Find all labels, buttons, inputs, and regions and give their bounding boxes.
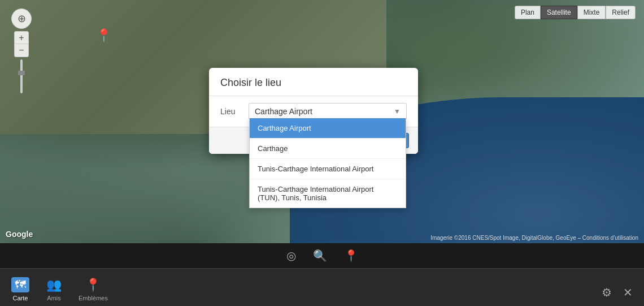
pin-icon[interactable]: 📍 — [344, 249, 358, 262]
dialog-header: Choisir le lieu — [209, 68, 418, 96]
dropdown-list: Carthage Airport Carthage Tunis-Carthage… — [249, 118, 406, 208]
map-type-relief[interactable]: Relief — [606, 6, 636, 19]
toolbar-right-buttons: ⚙ ✕ — [602, 286, 633, 299]
amis-icon: 👥 — [46, 278, 62, 292]
map-zoom-controls: ⊕ + − — [11, 8, 32, 96]
zoom-out-button[interactable]: − — [15, 44, 28, 57]
lieu-field-row: Lieu Carthage Airport ▼ Carthage Airport… — [220, 103, 407, 120]
dropdown-item-3[interactable]: Tunis-Carthage International Airport (TU… — [250, 179, 406, 208]
dropdown-item-2[interactable]: Tunis-Carthage International Airport — [250, 159, 406, 179]
locate-icon[interactable]: ◎ — [286, 249, 296, 262]
lieu-select[interactable]: Carthage Airport ▼ Carthage Airport Cart… — [249, 103, 407, 120]
nav-label-amis: Amis — [47, 295, 60, 301]
map-attribution: Imagerie ©2016 CNES/Spot Image, DigitalG… — [430, 235, 638, 241]
map-type-satellite[interactable]: Satellite — [541, 6, 577, 19]
map-type-mixte[interactable]: Mixte — [577, 6, 606, 19]
zoom-buttons: + − — [14, 31, 29, 57]
map-background: Plan Satellite Mixte Relief ⊕ + − 📍 Goog… — [0, 0, 644, 243]
dropdown-item-1[interactable]: Carthage — [250, 139, 406, 159]
toolbar-search-area: ◎ 🔍 📍 — [0, 243, 644, 269]
emblemes-icon: 📍 — [85, 278, 101, 292]
settings-icon[interactable]: ⚙ — [602, 286, 612, 299]
compass-control[interactable]: ⊕ — [11, 8, 32, 29]
map-container: Plan Satellite Mixte Relief ⊕ + − 📍 Goog… — [0, 0, 644, 243]
nav-label-carte: Carte — [13, 295, 28, 301]
map-type-controls: Plan Satellite Mixte Relief — [515, 6, 636, 19]
toolbar-nav: 🗺 Carte 👥 Amis 📍 Emblèmes — [0, 273, 119, 306]
nav-item-amis[interactable]: 👥 Amis — [46, 278, 62, 301]
carte-icon: 🗺 — [11, 277, 29, 292]
location-pin: 📍 — [96, 28, 111, 43]
nav-label-emblemes: Emblèmes — [79, 295, 108, 301]
close-icon[interactable]: ✕ — [623, 286, 633, 299]
dialog-title: Choisir le lieu — [220, 77, 407, 89]
search-icon[interactable]: 🔍 — [313, 249, 327, 262]
chevron-down-icon: ▼ — [394, 107, 401, 115]
zoom-in-button[interactable]: + — [15, 32, 28, 44]
nav-item-carte[interactable]: 🗺 Carte — [11, 277, 29, 301]
zoom-slider[interactable] — [20, 59, 23, 93]
lieu-selected-value: Carthage Airport — [255, 107, 312, 116]
choose-location-dialog: Choisir le lieu Lieu Carthage Airport ▼ … — [209, 68, 418, 154]
map-type-plan[interactable]: Plan — [515, 6, 541, 19]
nav-item-emblemes[interactable]: 📍 Emblèmes — [79, 278, 108, 301]
dialog-body: Lieu Carthage Airport ▼ Carthage Airport… — [209, 96, 418, 127]
lieu-label: Lieu — [220, 107, 243, 116]
dropdown-item-0[interactable]: Carthage Airport — [250, 118, 406, 139]
google-logo: Google — [6, 230, 33, 239]
zoom-handle — [18, 71, 25, 75]
bottom-toolbar: ◎ 🔍 📍 🗺 Carte 👥 Amis 📍 Emblèmes ⚙ ✕ — [0, 243, 644, 306]
